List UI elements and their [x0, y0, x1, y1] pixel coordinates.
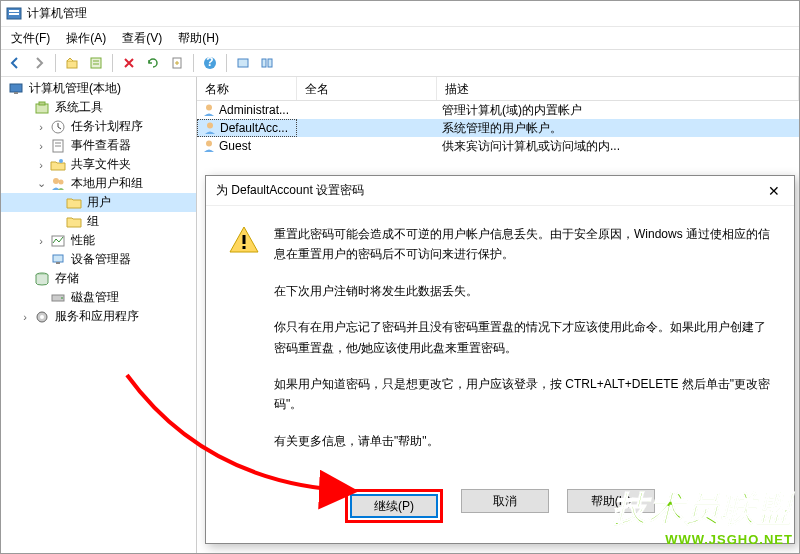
- svg-point-21: [59, 159, 63, 163]
- cell-name: DefaultAcc...: [197, 119, 297, 137]
- tree-node[interactable]: ›任务计划程序: [1, 117, 196, 136]
- tree-node[interactable]: ›共享文件夹: [1, 155, 196, 174]
- svg-rect-12: [268, 59, 272, 67]
- tree-node[interactable]: 存储: [1, 269, 196, 288]
- col-header-desc[interactable]: 描述: [437, 77, 799, 100]
- toolbar-separator: [226, 54, 227, 72]
- tree-toggle-icon[interactable]: ›: [35, 235, 47, 247]
- tree-node[interactable]: ›事件查看器: [1, 136, 196, 155]
- dialog-p2: 在下次用户注销时将发生此数据丢失。: [274, 281, 772, 301]
- window-title: 计算机管理: [27, 5, 87, 22]
- cancel-button[interactable]: 取消: [461, 489, 549, 513]
- computer-icon: [8, 81, 24, 97]
- tree-node[interactable]: 用户: [1, 193, 196, 212]
- cell-name: Guest: [197, 138, 297, 154]
- dialog-p5: 有关更多信息，请单击"帮助"。: [274, 431, 772, 451]
- svg-rect-2: [9, 13, 19, 15]
- user-icon: [203, 121, 217, 135]
- tree-label: 组: [85, 213, 101, 230]
- tree-label: 磁盘管理: [69, 289, 121, 306]
- tree-item-icon: [50, 138, 66, 154]
- toolbar-separator: [55, 54, 56, 72]
- window-titlebar: 计算机管理: [1, 1, 799, 27]
- tree-label: 事件查看器: [69, 137, 133, 154]
- user-icon: [202, 103, 216, 117]
- svg-point-32: [206, 105, 212, 111]
- col-header-name[interactable]: 名称: [197, 77, 297, 100]
- col-header-fullname[interactable]: 全名: [297, 77, 437, 100]
- tree-node[interactable]: 系统工具: [1, 98, 196, 117]
- continue-highlight-annotation: 继续(P): [345, 489, 443, 523]
- menu-action[interactable]: 操作(A): [58, 28, 114, 49]
- svg-rect-1: [9, 10, 19, 12]
- cell-name: Administrat...: [197, 102, 297, 118]
- continue-button[interactable]: 继续(P): [350, 494, 438, 518]
- tree-label: 任务计划程序: [69, 118, 145, 135]
- properties-button[interactable]: [85, 52, 107, 74]
- tree-label: 用户: [85, 194, 113, 211]
- user-icon: [202, 139, 216, 153]
- tree-node[interactable]: 组: [1, 212, 196, 231]
- dialog-p3: 你只有在用户忘记了密码并且没有密码重置盘的情况下才应该使用此命令。如果此用户创建…: [274, 317, 772, 358]
- svg-rect-11: [262, 59, 266, 67]
- tree-item-icon: [50, 233, 66, 249]
- view2-button[interactable]: [256, 52, 278, 74]
- tree-node[interactable]: 设备管理器: [1, 250, 196, 269]
- tree-node[interactable]: ›服务和应用程序: [1, 307, 196, 326]
- svg-rect-10: [238, 59, 248, 67]
- tree-node[interactable]: ⌄本地用户和组: [1, 174, 196, 193]
- list-item[interactable]: Administrat...管理计算机(域)的内置帐户: [197, 101, 799, 119]
- svg-rect-25: [53, 255, 63, 262]
- svg-rect-36: [243, 246, 246, 249]
- dialog-body: 重置此密码可能会造成不可逆的用户帐户信息丢失。由于安全原因，Windows 通过…: [206, 206, 794, 479]
- view-button[interactable]: [232, 52, 254, 74]
- svg-point-23: [59, 179, 64, 184]
- tree-item-icon: [34, 309, 50, 325]
- list-item[interactable]: Guest供来宾访问计算机或访问域的内...: [197, 137, 799, 155]
- menu-view[interactable]: 查看(V): [114, 28, 170, 49]
- tree-node[interactable]: ›性能: [1, 231, 196, 250]
- tree-panel[interactable]: 计算机管理(本地) 系统工具›任务计划程序›事件查看器›共享文件夹⌄本地用户和组…: [1, 77, 197, 553]
- svg-rect-13: [10, 84, 22, 92]
- tree-toggle-icon[interactable]: ⌄: [35, 177, 47, 190]
- tree-toggle-icon[interactable]: ›: [19, 311, 31, 323]
- svg-point-31: [40, 315, 44, 319]
- refresh-button[interactable]: [142, 52, 164, 74]
- help-button[interactable]: ?: [199, 52, 221, 74]
- tree-toggle-icon[interactable]: ›: [35, 140, 47, 152]
- tree-item-icon: [34, 271, 50, 287]
- back-button[interactable]: [4, 52, 26, 74]
- help-button-dialog[interactable]: 帮助(H): [567, 489, 655, 513]
- tree-label: 性能: [69, 232, 97, 249]
- svg-point-29: [61, 297, 63, 299]
- export-button[interactable]: [166, 52, 188, 74]
- tree-item-icon: [66, 214, 82, 230]
- svg-rect-26: [56, 262, 60, 264]
- tree-item-icon: [50, 290, 66, 306]
- cell-desc: 供来宾访问计算机或访问域的内...: [437, 137, 799, 156]
- tree-toggle-icon[interactable]: ›: [35, 159, 47, 171]
- svg-rect-16: [39, 102, 45, 105]
- delete-button[interactable]: [118, 52, 140, 74]
- tree-root[interactable]: 计算机管理(本地): [1, 79, 196, 98]
- tree-node[interactable]: 磁盘管理: [1, 288, 196, 307]
- tree-toggle-icon[interactable]: ›: [35, 121, 47, 133]
- cell-desc: 管理计算机(域)的内置帐户: [437, 101, 799, 120]
- tree-item-icon: [50, 176, 66, 192]
- tree-label: 设备管理器: [69, 251, 133, 268]
- tree-label: 服务和应用程序: [53, 308, 141, 325]
- close-icon[interactable]: ✕: [754, 176, 794, 206]
- toolbar: ?: [1, 49, 799, 77]
- menu-help[interactable]: 帮助(H): [170, 28, 227, 49]
- svg-rect-35: [243, 235, 246, 244]
- forward-button[interactable]: [28, 52, 50, 74]
- dialog-titlebar[interactable]: 为 DefaultAccount 设置密码 ✕: [206, 176, 794, 206]
- list-item[interactable]: DefaultAcc...系统管理的用户帐户。: [197, 119, 799, 137]
- tree-item-icon: [50, 157, 66, 173]
- dialog-p4: 如果用户知道密码，只是想更改它，用户应该登录，按 CTRL+ALT+DELETE…: [274, 374, 772, 415]
- toolbar-separator: [112, 54, 113, 72]
- tree-label: 存储: [53, 270, 81, 287]
- dialog-title: 为 DefaultAccount 设置密码: [216, 182, 754, 199]
- menu-file[interactable]: 文件(F): [3, 28, 58, 49]
- up-button[interactable]: [61, 52, 83, 74]
